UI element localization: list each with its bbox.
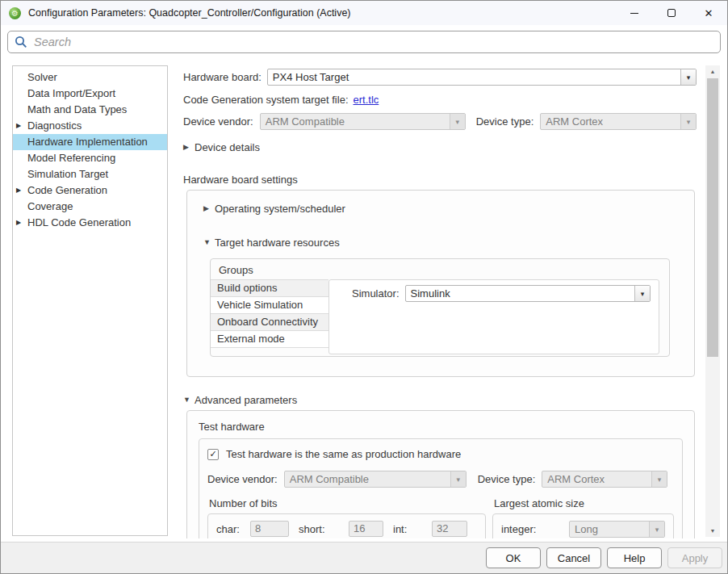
hardware-board-combo[interactable]: PX4 Host Target ▾ bbox=[267, 69, 697, 86]
sidebar-item-label: Hardware Implementation bbox=[27, 134, 148, 150]
sidebar-item-diagnostics[interactable]: ▶ Diagnostics bbox=[13, 118, 167, 134]
hardware-board-label: Hardware board: bbox=[183, 71, 261, 83]
search-row bbox=[1, 25, 727, 57]
sidebar-item-label: HDL Code Generation bbox=[27, 215, 131, 231]
hardware-board-settings-title: Hardware board settings bbox=[183, 174, 298, 186]
device-vendor-label: Device vendor: bbox=[207, 473, 278, 485]
sidebar-item-data-import-export[interactable]: Data Import/Export bbox=[13, 86, 167, 102]
search-icon bbox=[15, 36, 27, 48]
group-tab-onboard-connectivity[interactable]: Onboard Connectivity bbox=[211, 314, 328, 331]
target-resources-label: Target hardware resources bbox=[215, 237, 340, 249]
number-of-bits-panel: char: 8 short: 16 int: 32 bbox=[207, 513, 486, 538]
search-input[interactable] bbox=[34, 36, 713, 48]
device-type-label: Device type: bbox=[478, 473, 536, 485]
scroll-up-icon: ▲ bbox=[710, 69, 716, 74]
sidebar-item-label: Model Referencing bbox=[27, 150, 115, 166]
char-field: 8 bbox=[250, 521, 289, 537]
maximize-icon bbox=[667, 9, 676, 17]
sidebar-item-hardware-implementation[interactable]: Hardware Implementation bbox=[13, 134, 167, 150]
apply-button: Apply bbox=[667, 547, 722, 568]
settings-pane: Hardware board: PX4 Host Target ▾ Code G… bbox=[180, 61, 697, 538]
close-icon: ✕ bbox=[705, 7, 713, 19]
group-tab-build-options[interactable]: Build options bbox=[211, 280, 328, 297]
combo-arrow-icon: ▾ bbox=[680, 69, 696, 85]
integer-atomic-value: Long bbox=[570, 522, 649, 537]
expand-arrow-icon: ▶ bbox=[16, 215, 27, 231]
device-details-label: Device details bbox=[195, 141, 260, 153]
sidebar-item-math-and-data-types[interactable]: Math and Data Types bbox=[13, 102, 167, 118]
close-button[interactable]: ✕ bbox=[690, 1, 727, 25]
maximize-button[interactable] bbox=[653, 1, 690, 25]
sidebar-item-code-generation[interactable]: ▶ Code Generation bbox=[13, 182, 167, 199]
operating-system-expander[interactable]: ▶ Operating system/scheduler bbox=[200, 202, 681, 215]
short-field: 16 bbox=[349, 521, 383, 537]
simulator-value: Simulink bbox=[406, 286, 634, 301]
combo-arrow-icon: ▾ bbox=[649, 522, 664, 537]
cancel-button[interactable]: Cancel bbox=[546, 547, 601, 568]
advanced-parameters-label: Advanced parameters bbox=[195, 394, 297, 406]
device-vendor-label: Device vendor: bbox=[183, 115, 253, 128]
sidebar-item-coverage[interactable]: Coverage bbox=[13, 199, 167, 215]
sidebar-item-model-referencing[interactable]: Model Referencing bbox=[13, 150, 167, 166]
test-device-type-combo: ARM Cortex ▾ bbox=[542, 471, 667, 488]
sidebar-item-label: Math and Data Types bbox=[27, 102, 127, 118]
combo-arrow-icon: ▾ bbox=[651, 471, 667, 487]
device-type-label: Device type: bbox=[476, 115, 534, 128]
dialog-body: Solver Data Import/Export Math and Data … bbox=[1, 57, 727, 542]
scroll-down-button[interactable]: ▼ bbox=[705, 525, 720, 537]
expanded-arrow-icon: ▼ bbox=[203, 238, 215, 246]
combo-arrow-icon: ▾ bbox=[634, 286, 650, 301]
hardware-board-settings-panel: ▶ Operating system/scheduler ▼ Target ha… bbox=[186, 190, 695, 377]
number-of-bits-title: Number of bits bbox=[207, 497, 486, 510]
combo-arrow-icon: ▾ bbox=[450, 471, 466, 487]
target-file-link[interactable]: ert.tlc bbox=[354, 94, 379, 106]
char-label: char: bbox=[216, 523, 250, 535]
simulator-combo[interactable]: Simulink ▾ bbox=[405, 285, 651, 302]
expand-arrow-icon: ▶ bbox=[16, 182, 27, 199]
hardware-board-value: PX4 Host Target bbox=[268, 69, 680, 85]
collapsed-arrow-icon: ▶ bbox=[183, 143, 195, 151]
scroll-up-button[interactable]: ▲ bbox=[705, 65, 720, 78]
device-vendor-combo: ARM Compatible ▾ bbox=[260, 113, 466, 130]
ok-button[interactable]: OK bbox=[486, 547, 541, 568]
scrollbar-thumb[interactable] bbox=[707, 78, 718, 357]
device-type-combo: ARM Cortex ▾ bbox=[540, 113, 697, 130]
combo-arrow-icon: ▾ bbox=[450, 114, 465, 129]
category-tree: Solver Data Import/Export Math and Data … bbox=[12, 65, 168, 536]
device-details-expander[interactable]: ▶ Device details bbox=[180, 140, 697, 153]
test-hardware-checkbox[interactable]: ✓ bbox=[207, 449, 219, 460]
search-box bbox=[7, 31, 721, 53]
largest-atomic-size-title: Largest atomic size bbox=[492, 497, 674, 510]
sidebar-item-label: Diagnostics bbox=[27, 118, 82, 134]
sidebar-item-label: Code Generation bbox=[27, 182, 107, 199]
configuration-parameters-dialog: ⚙ Configuration Parameters: Quadcopter_C… bbox=[0, 0, 728, 574]
group-tab-vehicle-simulation[interactable]: Vehicle Simulation bbox=[211, 297, 328, 314]
operating-system-label: Operating system/scheduler bbox=[215, 203, 345, 215]
device-vendor-value: ARM Compatible bbox=[261, 114, 450, 129]
minimize-icon bbox=[630, 13, 638, 14]
target-resources-expander[interactable]: ▼ Target hardware resources bbox=[200, 236, 681, 249]
sidebar-item-hdl-code-generation[interactable]: ▶ HDL Code Generation bbox=[13, 215, 167, 231]
integer-label: integer: bbox=[501, 523, 569, 535]
groups-title: Groups bbox=[211, 264, 669, 277]
advanced-parameters-panel: Test hardware ✓ Test hardware is the sam… bbox=[186, 410, 695, 538]
help-button[interactable]: Help bbox=[607, 547, 662, 568]
sidebar-item-solver[interactable]: Solver bbox=[13, 69, 167, 86]
vertical-scrollbar[interactable]: ▲ ▼ bbox=[705, 65, 720, 537]
int-label: int: bbox=[393, 523, 432, 535]
expand-arrow-icon: ▶ bbox=[16, 118, 27, 134]
window-title: Configuration Parameters: Quadcopter_Con… bbox=[28, 7, 351, 19]
test-hardware-title: Test hardware bbox=[199, 421, 683, 434]
scroll-down-icon: ▼ bbox=[710, 528, 716, 534]
sidebar-item-simulation-target[interactable]: Simulation Target bbox=[13, 166, 167, 182]
sidebar-item-label: Data Import/Export bbox=[27, 86, 115, 102]
test-hardware-checkbox-label: Test hardware is the same as production … bbox=[226, 448, 461, 460]
minimize-button[interactable] bbox=[616, 1, 653, 25]
check-icon: ✓ bbox=[209, 449, 216, 459]
advanced-parameters-expander[interactable]: ▼ Advanced parameters bbox=[180, 393, 697, 406]
window-controls: ✕ bbox=[616, 1, 727, 25]
group-tab-external-mode[interactable]: External mode bbox=[211, 331, 328, 348]
largest-atomic-size-panel: integer: Long ▾ bbox=[492, 513, 674, 538]
group-content-panel: Simulator: Simulink ▾ bbox=[328, 279, 659, 354]
sidebar-item-label: Simulation Target bbox=[27, 166, 108, 182]
